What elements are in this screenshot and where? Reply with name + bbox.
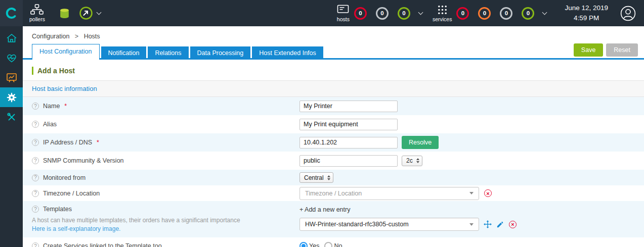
services-critical-badge[interactable]: 0 [456, 7, 469, 20]
monitored-label-cell: Monitored from [32, 174, 299, 181]
pencil-icon [496, 221, 504, 228]
page-title: Add a Host [32, 67, 635, 75]
templates-label: Templates [43, 206, 72, 213]
current-date: June 12, 2019 [565, 3, 608, 13]
gear-icon [6, 92, 17, 103]
form-row-timezone: Timezone / Location Timezone / Location [23, 185, 644, 201]
home-icon [6, 32, 18, 44]
current-time: 4:59 PM [565, 13, 608, 23]
poller-state-icon-button[interactable] [79, 6, 93, 20]
timezone-select[interactable]: Timezone / Location [299, 187, 479, 200]
sidebar-item-reporting[interactable] [0, 68, 23, 87]
refresh-icon [79, 6, 93, 20]
form-actions: Save Reset [574, 43, 638, 57]
form-row-alias: Alias [23, 115, 644, 133]
required-mark: * [64, 103, 67, 110]
form-row-snmp: SNMP Community & Version 2c [23, 152, 644, 170]
alias-input[interactable] [299, 119, 398, 130]
sidebar [0, 26, 23, 247]
form-row-name: Name * [23, 97, 644, 115]
tab-data-processing[interactable]: Data Processing [190, 46, 251, 60]
form-row-monitored-from: Monitored from Central [23, 170, 644, 185]
hosts-menu[interactable]: hosts [337, 5, 350, 22]
sidebar-item-configuration[interactable] [0, 87, 23, 107]
chart-icon [6, 72, 18, 84]
services-ok-badge[interactable]: 0 [522, 7, 534, 20]
help-icon[interactable] [32, 174, 39, 181]
services-label: services [433, 16, 452, 22]
hosts-icon [337, 5, 349, 15]
topbar: pollers hosts 0 0 0 [0, 0, 644, 26]
section-header: Host basic information [23, 80, 644, 97]
breadcrumb-configuration[interactable]: Configuration [32, 33, 69, 40]
help-icon[interactable] [32, 121, 39, 128]
tab-relations[interactable]: Relations [148, 46, 188, 60]
pollers-chevron-down-icon[interactable] [96, 10, 101, 15]
form-row-ip: IP Address / DNS * Resolve [23, 133, 644, 152]
template-delete-icon[interactable] [509, 221, 517, 228]
breadcrumb-hosts[interactable]: Hosts [84, 33, 100, 40]
hosts-up-badge[interactable]: 0 [398, 7, 410, 20]
help-icon[interactable] [32, 103, 39, 110]
alias-label: Alias [43, 121, 57, 128]
breadcrumb: Configuration > Hosts [23, 26, 644, 44]
template-edit-icon[interactable] [496, 221, 504, 228]
main-content: Configuration > Hosts Host Configuration… [23, 26, 644, 247]
monitored-from-select[interactable]: Central [299, 172, 333, 183]
template-move-icon[interactable] [484, 220, 492, 228]
template-selected-value: HW-Printer-standard-rfc3805-custom [305, 221, 409, 228]
snmp-community-input[interactable] [299, 155, 398, 167]
centreon-logo-icon [5, 7, 18, 20]
help-icon[interactable] [32, 242, 39, 247]
sidebar-item-monitoring[interactable] [0, 48, 23, 68]
help-icon[interactable] [32, 139, 39, 146]
ip-input[interactable] [299, 137, 398, 149]
hosts-unreachable-badge[interactable]: 0 [376, 7, 389, 20]
templates-help-text: A host can have multiple templates, thei… [32, 217, 299, 224]
create-services-label: Create Services linked to the Template t… [43, 242, 162, 247]
save-button[interactable]: Save [574, 43, 604, 57]
template-select[interactable]: HW-Printer-standard-rfc3805-custom [299, 218, 479, 231]
user-avatar[interactable] [620, 6, 636, 21]
database-status[interactable] [58, 7, 71, 20]
tools-icon [6, 111, 18, 123]
help-icon[interactable] [32, 190, 39, 197]
resolve-button[interactable]: Resolve [402, 136, 439, 149]
help-icon[interactable] [32, 157, 39, 164]
timezone-clear-icon[interactable] [484, 189, 492, 197]
help-icon[interactable] [32, 206, 39, 213]
hosts-down-badge[interactable]: 0 [354, 7, 367, 20]
services-warning-badge[interactable]: 0 [478, 7, 491, 20]
heartbeat-icon [6, 52, 18, 64]
tab-notification[interactable]: Notification [101, 46, 147, 60]
tab-host-configuration[interactable]: Host Configuration [32, 44, 100, 60]
services-chevron-down-icon[interactable] [542, 10, 547, 15]
snmp-label: SNMP Community & Version [43, 157, 124, 164]
snmp-version-select[interactable]: 2c [402, 156, 422, 166]
add-template-entry-link[interactable]: + Add a new entry [299, 206, 517, 213]
database-icon [58, 7, 71, 20]
select-arrows-icon [416, 158, 419, 163]
services-unknown-badge[interactable]: 0 [500, 7, 512, 20]
templates-label-row: Templates [32, 206, 299, 213]
sidebar-item-home[interactable] [0, 28, 23, 48]
tab-bar: Host Configuration Notification Relation… [23, 44, 644, 60]
breadcrumb-separator: > [75, 33, 78, 40]
name-input[interactable] [299, 101, 398, 112]
centreon-logo[interactable] [0, 0, 23, 26]
monitored-from-value: Central [304, 174, 324, 181]
timezone-placeholder: Timezone / Location [305, 190, 362, 197]
pollers-icon [30, 4, 44, 15]
hosts-chevron-down-icon[interactable] [418, 10, 423, 15]
services-menu[interactable]: services [433, 5, 452, 22]
ip-label-cell: IP Address / DNS * [32, 139, 299, 146]
reset-button[interactable]: Reset [606, 43, 638, 57]
chevron-down-icon [469, 192, 474, 194]
radio-yes[interactable] [299, 242, 308, 247]
tab-host-extended-infos[interactable]: Host Extended Infos [252, 46, 323, 60]
templates-help-link[interactable]: Here is a self-explanatory image. [32, 225, 299, 232]
snmp-label-cell: SNMP Community & Version [32, 157, 299, 164]
pollers-menu[interactable]: pollers [29, 4, 45, 22]
sidebar-item-administration[interactable] [0, 107, 23, 127]
radio-no[interactable] [324, 242, 332, 247]
